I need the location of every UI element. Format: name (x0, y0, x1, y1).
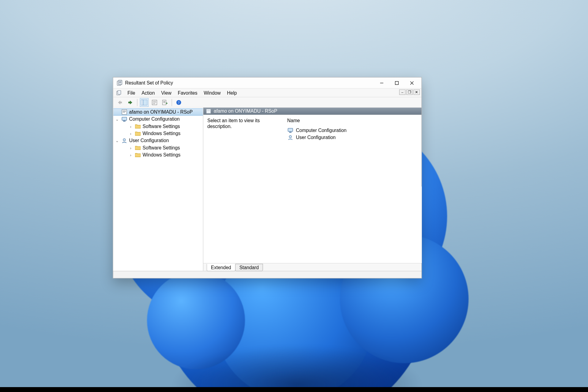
menu-help[interactable]: Help (224, 89, 240, 96)
svg-point-14 (123, 139, 126, 141)
list-item[interactable]: Computer Configuration (287, 127, 417, 134)
svg-rect-12 (122, 117, 127, 120)
properties-icon (152, 100, 157, 105)
tree-node-software-settings[interactable]: › Software Settings (113, 123, 203, 130)
computer-config-icon (287, 127, 294, 134)
svg-rect-16 (288, 128, 293, 131)
mdi-restore-button[interactable]: ❐ (406, 89, 413, 95)
tab-standard[interactable]: Standard (235, 264, 263, 271)
rsop-report-icon (121, 109, 128, 115)
tree-node-label: User Configuration (129, 138, 169, 143)
toolbar-separator (137, 99, 137, 106)
window-maximize-button[interactable] (390, 78, 404, 87)
window-minimize-button[interactable] (375, 78, 389, 87)
close-icon: ✕ (415, 90, 418, 94)
window-close-button[interactable] (405, 78, 419, 87)
tree-node-software-settings[interactable]: › Software Settings (113, 144, 203, 151)
tree-pane-icon (141, 100, 147, 105)
menu-window[interactable]: Window (201, 89, 224, 96)
mdi-minimize-button[interactable]: – (399, 89, 405, 95)
menu-action[interactable]: Action (138, 89, 158, 96)
help-icon: ? (176, 100, 182, 105)
titlebar[interactable]: Resultant Set of Policy (113, 77, 421, 89)
mdi-close-button[interactable]: ✕ (413, 89, 420, 95)
expander-icon[interactable]: ⌄ (115, 117, 120, 121)
tree-node-label: Software Settings (143, 123, 180, 129)
toolbar-forward-button[interactable] (126, 98, 135, 107)
arrow-right-icon (127, 100, 133, 105)
tree-node-label: Computer Configuration (129, 116, 180, 122)
svg-rect-6 (141, 100, 143, 105)
menu-favorites[interactable]: Favorites (175, 89, 201, 96)
tree-root[interactable]: ▸ afamo on ONYIMADU - RSoP (113, 108, 203, 115)
expander-icon[interactable]: › (128, 145, 133, 150)
menu-file[interactable]: File (124, 89, 138, 96)
svg-text:?: ? (178, 100, 179, 104)
tree-root-label: afamo on ONYIMADU - RSoP (129, 109, 193, 115)
rsop-report-icon (206, 108, 211, 114)
statusbar (113, 271, 421, 278)
toolbar-separator (172, 99, 172, 106)
svg-point-18 (289, 135, 292, 138)
mdi-system-icon[interactable] (115, 89, 122, 96)
description-prompt: Select an item to view its description. (207, 118, 260, 129)
svg-rect-8 (162, 100, 166, 105)
tree-node-computer-configuration[interactable]: ⌄ Computer Configuration (113, 115, 203, 123)
tree-node-label: Software Settings (143, 145, 180, 150)
description-column: Select an item to view its description. (207, 118, 281, 260)
svg-rect-4 (118, 90, 121, 94)
arrow-left-icon (117, 100, 123, 105)
svg-rect-13 (123, 121, 126, 122)
computer-config-icon (121, 116, 128, 123)
expander-icon[interactable]: ⌄ (115, 138, 120, 143)
tree-node-user-configuration[interactable]: ⌄ User Configuration (113, 137, 203, 144)
toolbar-help-button[interactable]: ? (174, 98, 183, 107)
restore-icon: ❐ (408, 90, 411, 94)
tree-node-label: Windows Settings (143, 131, 181, 136)
expander-icon[interactable]: › (128, 131, 133, 136)
folder-icon (135, 130, 141, 137)
svg-rect-2 (395, 81, 398, 84)
folder-icon (135, 145, 141, 151)
svg-rect-15 (206, 109, 210, 113)
svg-rect-17 (289, 132, 292, 133)
expander-icon[interactable]: › (128, 124, 133, 128)
user-config-icon (121, 138, 128, 144)
folder-icon (135, 152, 141, 158)
items-column: Name Computer Configuration (287, 118, 417, 260)
toolbar-show-tree-button[interactable] (140, 98, 149, 107)
window-title: Resultant Set of Policy (125, 80, 375, 85)
mmc-window: Resultant Set of Policy (113, 77, 422, 279)
app-icon (116, 80, 123, 86)
tree-node-windows-settings[interactable]: › Windows Settings (113, 151, 203, 158)
minimize-icon: – (401, 90, 404, 94)
view-tabs: Extended Standard (203, 263, 421, 271)
toolbar: ? (113, 97, 421, 108)
user-config-icon (287, 134, 294, 141)
result-pane: afamo on ONYIMADU - RSoP Select an item … (203, 107, 421, 271)
tree-node-label: Windows Settings (143, 152, 181, 158)
svg-rect-11 (122, 110, 127, 115)
result-pane-title: afamo on ONYIMADU - RSoP (214, 108, 277, 114)
list-item-label: User Configuration (296, 135, 336, 140)
list-item[interactable]: User Configuration (287, 134, 417, 141)
tree-node-windows-settings[interactable]: › Windows Settings (113, 130, 203, 137)
folder-icon (135, 123, 141, 130)
column-header-name[interactable]: Name (287, 118, 417, 124)
tab-extended[interactable]: Extended (206, 264, 235, 271)
console-tree[interactable]: ▸ afamo on ONYIMADU - RSoP ⌄ Computer Co… (113, 107, 203, 271)
expander-icon[interactable]: › (128, 153, 133, 157)
toolbar-export-button[interactable] (160, 98, 169, 107)
toolbar-properties-button[interactable] (150, 98, 159, 107)
menubar: File Action View Favorites Window Help –… (113, 89, 421, 97)
list-item-label: Computer Configuration (296, 127, 346, 133)
export-list-icon (162, 100, 168, 105)
menu-view[interactable]: View (158, 89, 175, 96)
toolbar-back-button[interactable] (115, 98, 124, 107)
result-pane-header: afamo on ONYIMADU - RSoP (203, 107, 421, 115)
